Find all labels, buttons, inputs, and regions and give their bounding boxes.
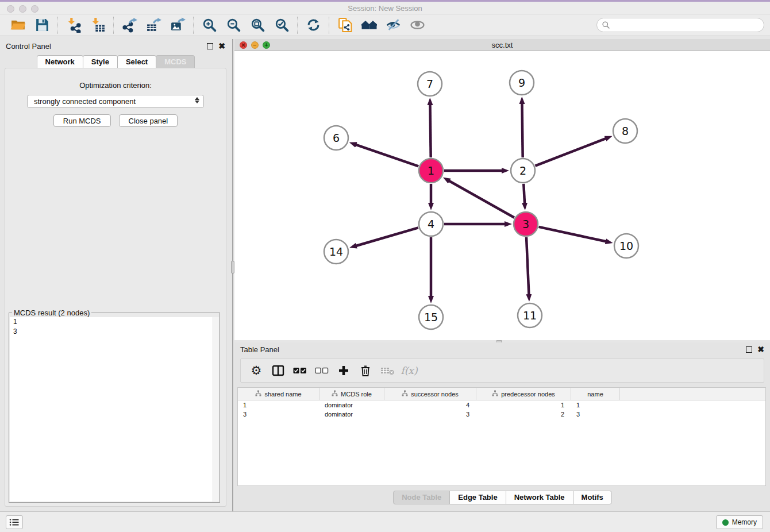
column-header-name[interactable]: name — [571, 388, 620, 400]
zoom-fit-icon[interactable] — [245, 16, 270, 35]
graph-node-2[interactable]: 2 — [511, 159, 535, 183]
mcds-result-list[interactable]: 13 — [10, 317, 219, 502]
save-session-icon[interactable] — [30, 16, 54, 35]
float-panel-icon[interactable] — [207, 43, 213, 49]
task-history-button[interactable] — [6, 515, 23, 529]
unselect-all-columns-icon[interactable] — [311, 360, 333, 381]
graph-node-6[interactable]: 6 — [324, 126, 348, 150]
tab-select[interactable]: Select — [117, 55, 156, 68]
result-line: 1 — [10, 317, 219, 327]
zoom-selected-icon[interactable] — [270, 16, 294, 35]
result-line: 3 — [10, 327, 219, 337]
criterion-dropdown-value: strongly connected component — [34, 97, 136, 106]
import-network-icon[interactable] — [61, 16, 86, 35]
graph-node-15[interactable]: 15 — [419, 305, 443, 329]
table-cell[interactable]: 3 — [571, 410, 620, 419]
column-header-predecessor-nodes[interactable]: predecessor nodes — [476, 388, 571, 400]
graph-node-1[interactable]: 1 — [419, 159, 443, 183]
close-table-panel-icon[interactable]: ✖ — [757, 346, 764, 353]
export-network-icon[interactable] — [117, 16, 141, 35]
graph-edge-2-9[interactable] — [522, 103, 522, 157]
tab-network-table[interactable]: Network Table — [506, 491, 573, 504]
table-row[interactable]: 1dominator411 — [238, 400, 765, 410]
network-graph[interactable]: 1234678910111415 — [234, 51, 770, 340]
hide-selected-icon[interactable] — [381, 16, 405, 35]
zoom-out-icon[interactable] — [221, 16, 245, 35]
graph-node-7[interactable]: 7 — [418, 72, 442, 96]
zoom-in-icon[interactable] — [197, 16, 221, 35]
graph-node-label: 3 — [522, 218, 529, 230]
show-all-icon[interactable] — [405, 16, 429, 35]
graph-node-11[interactable]: 11 — [518, 303, 542, 327]
graph-edge-3-11[interactable] — [526, 237, 529, 295]
float-table-panel-icon[interactable] — [746, 346, 752, 353]
tab-edge-table[interactable]: Edge Table — [449, 491, 506, 504]
column-header-MCDS-role[interactable]: MCDS role — [319, 388, 384, 400]
result-scrollbar[interactable] — [213, 317, 219, 502]
toolbar-separator — [113, 17, 114, 34]
tab-motifs[interactable]: Motifs — [573, 491, 612, 504]
node-table: shared nameMCDS rolesuccessor nodesprede… — [237, 387, 766, 486]
graph-edge-1-7[interactable] — [430, 104, 430, 157]
refresh-view-icon[interactable] — [301, 16, 325, 35]
table-toolbar: ⚙ f(x) — [240, 358, 764, 383]
tab-network[interactable]: Network — [37, 55, 83, 68]
create-column-icon[interactable] — [333, 360, 355, 381]
graph-node-4[interactable]: 4 — [419, 212, 443, 236]
table-cell[interactable]: 1 — [476, 400, 571, 410]
graph-edge-3-1[interactable] — [448, 180, 514, 218]
list-icon — [9, 518, 20, 526]
graph-edge-1-6[interactable] — [355, 144, 418, 166]
table-panel: Table Panel ✖ ⚙ — [234, 342, 770, 511]
graph-edge-3-10[interactable] — [538, 227, 606, 242]
column-view-icon[interactable] — [267, 360, 289, 381]
graph-node-9[interactable]: 9 — [510, 71, 534, 95]
memory-button[interactable]: Memory — [716, 515, 763, 529]
table-cell[interactable]: dominator — [319, 400, 384, 410]
memory-status-icon — [722, 519, 729, 526]
table-body: 1dominator4113dominator323 — [238, 400, 765, 419]
graph-edge-4-14[interactable] — [356, 228, 418, 246]
search-input[interactable] — [613, 21, 759, 29]
tab-node-table[interactable]: Node Table — [393, 491, 450, 504]
select-all-columns-icon[interactable] — [289, 360, 311, 381]
graph-node-3[interactable]: 3 — [514, 212, 538, 236]
graph-node-10[interactable]: 10 — [614, 234, 638, 258]
table-header-row: shared nameMCDS rolesuccessor nodesprede… — [238, 388, 765, 400]
export-image-icon[interactable] — [165, 16, 190, 35]
table-cell[interactable]: 3 — [384, 410, 476, 419]
table-cell[interactable]: 4 — [384, 400, 476, 410]
network-canvas[interactable]: 1234678910111415 — [234, 51, 770, 340]
graph-edge-2-8[interactable] — [535, 138, 606, 166]
column-header-label: successor nodes — [411, 391, 459, 398]
table-options-gear-icon[interactable]: ⚙ — [245, 360, 267, 381]
delete-column-icon[interactable] — [355, 360, 376, 381]
column-header-successor-nodes[interactable]: successor nodes — [384, 388, 476, 400]
close-panel-icon[interactable]: ✖ — [218, 43, 225, 49]
mcds-result-fieldset: MCDS result (2 nodes) 13 — [9, 309, 220, 503]
import-table-icon[interactable] — [86, 16, 110, 35]
graph-node-label: 11 — [523, 309, 537, 322]
tab-style[interactable]: Style — [83, 55, 118, 68]
graph-node-14[interactable]: 14 — [324, 240, 348, 264]
graph-edge-2-3[interactable] — [523, 184, 525, 204]
close-panel-button[interactable]: Close panel — [119, 114, 178, 127]
export-table-icon[interactable] — [141, 16, 165, 35]
table-cell[interactable]: 1 — [238, 400, 319, 410]
main-toolbar — [0, 14, 770, 36]
clone-network-icon[interactable] — [333, 16, 357, 35]
column-header-label: predecessor nodes — [501, 391, 555, 398]
network-analyzer-icon[interactable] — [357, 16, 381, 35]
table-row[interactable]: 3dominator323 — [238, 410, 765, 419]
table-cell[interactable]: 3 — [238, 410, 319, 419]
open-session-icon[interactable] — [6, 16, 30, 35]
run-mcds-button[interactable]: Run MCDS — [53, 114, 111, 127]
column-header-shared-name[interactable]: shared name — [238, 388, 319, 400]
table-cell[interactable]: 2 — [476, 410, 571, 419]
table-cell[interactable]: 1 — [571, 400, 620, 410]
criterion-dropdown[interactable]: strongly connected component — [27, 95, 204, 108]
table-cell[interactable]: dominator — [319, 410, 384, 419]
graph-node-8[interactable]: 8 — [613, 119, 637, 143]
toolbar-separator — [297, 17, 298, 34]
tab-mcds[interactable]: MCDS — [156, 55, 195, 68]
